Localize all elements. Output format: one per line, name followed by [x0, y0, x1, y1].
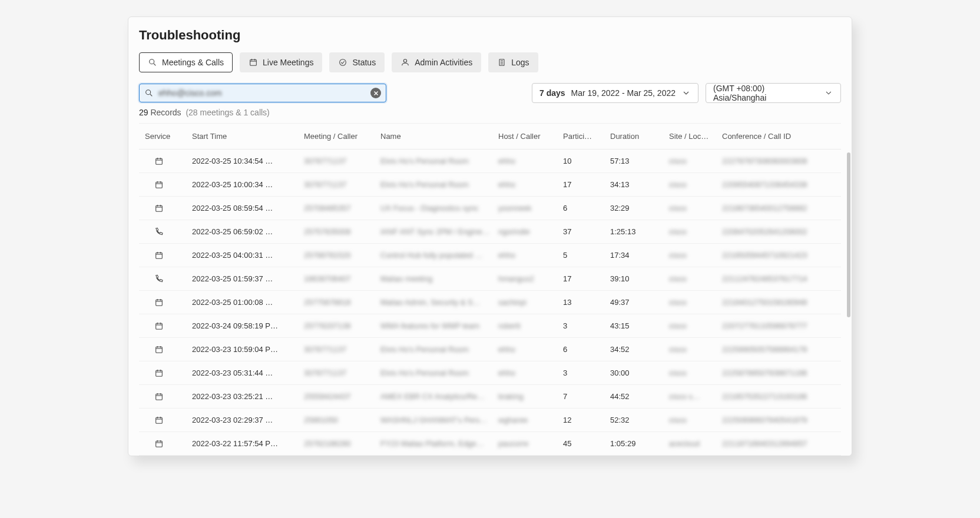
cell-start-time: 2022-03-22 11:57:54 P… [192, 439, 304, 448]
table-row[interactable]: 2022-03-24 09:58:19 P…25778207138WMA fea… [139, 314, 841, 338]
svg-point-0 [150, 59, 154, 64]
cell-name: AMEX EBR CX Analytics/Re… [380, 392, 498, 401]
svg-point-7 [403, 59, 406, 62]
cell-conference-id: 22258905057588864178 [722, 345, 816, 354]
col-name[interactable]: Name [380, 132, 498, 141]
table-row[interactable]: 2022-03-25 01:59:37 …18638706407Maliao m… [139, 267, 841, 291]
timezone-selector[interactable]: (GMT +08:00) Asia/Shanghai [706, 83, 841, 103]
date-range: Mar 19, 2022 - Mar 25, 2022 [571, 88, 676, 98]
records-count: 29 Records (28 meetings & 1 calls) [139, 108, 841, 117]
col-site-location[interactable]: Site / Loc… [669, 132, 722, 141]
search-input[interactable] [158, 88, 366, 98]
cell-start-time: 2022-03-23 03:25:21 … [192, 392, 304, 401]
table-row[interactable]: 2022-03-23 02:29:37 …25861050WASHNLJ GHA… [139, 409, 841, 432]
cell-start-time: 2022-03-24 09:58:19 P… [192, 321, 304, 330]
tab-logs[interactable]: Logs [488, 52, 538, 72]
table-header: Service Start Time Meeting / Caller Name… [139, 124, 841, 150]
cell-meeting-caller: 25775678818 [304, 298, 380, 307]
cell-site: cisco [669, 274, 722, 283]
cell-meeting-caller: 3078771137 [304, 157, 380, 165]
cell-meeting-caller: 25788781520 [304, 251, 380, 260]
col-conference-id[interactable]: Conference / Call ID [722, 132, 816, 141]
svg-rect-52 [156, 417, 163, 423]
svg-rect-40 [156, 347, 163, 353]
cell-conference-id: 22084702052641208002 [722, 227, 816, 236]
cell-start-time: 2022-03-25 01:00:08 … [192, 298, 304, 307]
cell-conference-id: 22072778110596678777 [722, 321, 816, 330]
calendar-icon [154, 251, 164, 260]
col-host-caller[interactable]: Host / Caller [498, 132, 563, 141]
cell-conference-id: 22278787308060003808 [722, 157, 816, 165]
tab-admin-activities[interactable]: Admin Activities [392, 52, 481, 72]
cell-meeting-caller: 25757835008 [304, 227, 380, 236]
table-row[interactable]: 2022-03-25 01:00:08 …25775678818Maliao A… [139, 291, 841, 314]
svg-rect-24 [156, 205, 163, 211]
table-row[interactable]: 2022-03-25 08:59:54 …25708485357UX Focus… [139, 197, 841, 220]
col-duration[interactable]: Duration [610, 132, 669, 141]
col-meeting-caller[interactable]: Meeting / Caller [304, 132, 380, 141]
cell-conference-id: 22184012750158190948 [722, 298, 816, 307]
table-row[interactable]: 2022-03-22 11:57:54 P…25782188280FY23 Ma… [139, 432, 841, 456]
cell-participants: 45 [563, 439, 610, 448]
timezone-label: (GMT +08:00) Asia/Shanghai [713, 84, 818, 102]
tab-label: Status [352, 58, 376, 67]
cell-host: ehho [498, 368, 563, 377]
cell-name: FY23 Maliao Platform, Edge… [380, 439, 498, 448]
cell-participants: 7 [563, 392, 610, 401]
clear-search-button[interactable] [370, 88, 381, 98]
table-row[interactable]: 2022-03-25 04:00:31 …25788781520Control … [139, 244, 841, 267]
col-service[interactable]: Service [145, 132, 192, 141]
cell-service [145, 180, 192, 190]
cell-name: Maliao meeting [380, 274, 498, 283]
svg-point-12 [146, 90, 151, 95]
cell-start-time: 2022-03-25 01:59:37 … [192, 274, 304, 283]
cell-name: Elvis Ho's Personal Room [380, 180, 498, 189]
cell-participants: 12 [563, 416, 610, 424]
calendar-icon [154, 368, 164, 378]
cell-participants: 10 [563, 157, 610, 165]
cell-site: cisco [669, 298, 722, 307]
cell-duration: 17:34 [610, 251, 669, 260]
scrollbar-vertical[interactable] [847, 152, 850, 317]
cell-name: Control Hub fully populated … [380, 251, 498, 260]
cell-name: WASHNLJ GHANMAT's Pers… [380, 416, 498, 424]
search-input-container[interactable] [139, 84, 386, 102]
date-range-selector[interactable]: 7 days Mar 19, 2022 - Mar 25, 2022 [532, 83, 698, 103]
calendar-icon [249, 58, 258, 67]
col-participants[interactable]: Partici… [563, 132, 610, 141]
table-row[interactable]: 2022-03-23 10:59:04 P…3078771137Elvis Ho… [139, 338, 841, 361]
tab-meetings-and-calls[interactable]: Meetings & Calls [139, 52, 233, 72]
table-row[interactable]: 2022-03-25 10:00:34 …3078771137Elvis Ho'… [139, 173, 841, 197]
table-row[interactable]: 2022-03-23 05:31:44 …3078771137Elvis Ho'… [139, 361, 841, 385]
troubleshooting-window: Troubleshooting Meetings & Calls Live Me… [128, 16, 852, 456]
chevron-down-icon [681, 88, 691, 98]
cell-participants: 6 [563, 345, 610, 354]
results-table: Service Start Time Meeting / Caller Name… [139, 123, 841, 456]
cell-meeting-caller: 25708485357 [304, 204, 380, 212]
table-row[interactable]: 2022-03-23 03:25:21 …25558424437AMEX EBR… [139, 385, 841, 409]
cell-name: Elvis Ho's Personal Room [380, 368, 498, 377]
records-suffix: Records [150, 108, 181, 117]
svg-rect-32 [156, 300, 163, 306]
tab-status[interactable]: Status [329, 52, 385, 72]
cell-site: acecloud [669, 439, 722, 448]
table-row[interactable]: 2022-03-25 06:59:02 …25757835008IANF ANT… [139, 220, 841, 244]
cell-name: WMA features for WMP team [380, 321, 498, 330]
calendar-icon [154, 321, 164, 331]
svg-rect-28 [156, 253, 163, 258]
svg-rect-20 [156, 182, 163, 188]
cell-site: cisco [669, 345, 722, 354]
tab-live-meetings[interactable]: Live Meetings [240, 52, 322, 72]
cell-site: cisco [669, 227, 722, 236]
tab-label: Admin Activities [415, 58, 472, 67]
cell-service [145, 157, 192, 166]
cell-participants: 6 [563, 204, 610, 212]
file-icon [497, 58, 506, 67]
search-icon [144, 88, 154, 98]
cell-participants: 3 [563, 368, 610, 377]
cell-duration: 44:52 [610, 392, 669, 401]
cell-duration: 43:15 [610, 321, 669, 330]
table-row[interactable]: 2022-03-25 10:34:54 …3078771137Elvis Ho'… [139, 150, 841, 173]
col-start-time[interactable]: Start Time [192, 132, 304, 141]
cell-site: cisco [669, 368, 722, 377]
